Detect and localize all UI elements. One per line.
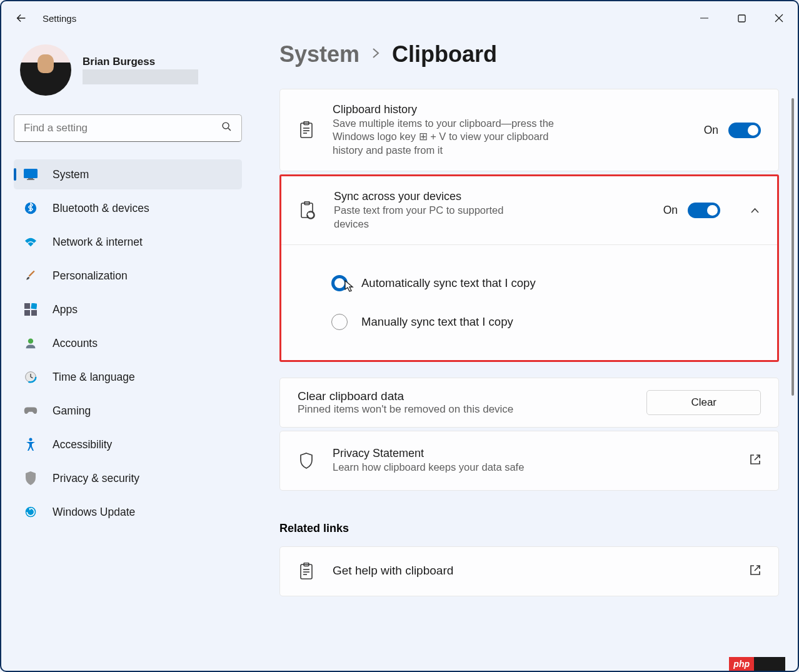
toggle-switch[interactable]: [728, 123, 761, 138]
settings-window: Settings Brian Burgess: [0, 0, 799, 672]
back-button[interactable]: [1, 11, 33, 25]
nav-list: System Bluetooth & devices Network & int…: [14, 159, 242, 527]
sidebar-item-network[interactable]: Network & internet: [14, 227, 242, 257]
avatar: [20, 44, 71, 96]
nav-label: Apps: [53, 303, 78, 316]
svg-line-29: [755, 455, 760, 460]
minimize-button[interactable]: [685, 5, 723, 31]
shield-outline-icon: [298, 452, 315, 469]
user-profile[interactable]: Brian Burgess: [20, 44, 242, 96]
setting-desc: Pinned items won't be removed on this de…: [298, 403, 646, 416]
radio-auto-sync[interactable]: Automatically sync text that I copy: [331, 264, 740, 303]
svg-line-5: [228, 128, 231, 131]
gamepad-icon: [24, 404, 38, 418]
apps-icon: [24, 303, 38, 316]
wifi-icon: [24, 235, 38, 249]
nav-label: Gaming: [53, 404, 91, 418]
brush-icon: [24, 269, 38, 283]
svg-point-19: [29, 438, 33, 441]
nav-label: Accounts: [53, 337, 98, 350]
search-icon: [221, 121, 232, 135]
link-title: Get help with clipboard: [333, 564, 732, 578]
breadcrumb-current: Clipboard: [392, 41, 497, 68]
breadcrumb-parent[interactable]: System: [279, 41, 359, 68]
svg-rect-12: [24, 310, 30, 316]
sidebar-item-bluetooth[interactable]: Bluetooth & devices: [14, 193, 242, 223]
sidebar-item-privacy[interactable]: Privacy & security: [14, 463, 242, 493]
php-badge: php: [729, 657, 785, 671]
sidebar-item-accounts[interactable]: Accounts: [14, 328, 242, 358]
nav-label: Time & language: [53, 371, 135, 384]
nav-label: Accessibility: [53, 438, 112, 451]
get-help-card[interactable]: Get help with clipboard: [279, 546, 779, 596]
svg-rect-6: [24, 169, 38, 178]
svg-line-35: [755, 566, 760, 571]
nav-label: Bluetooth & devices: [53, 202, 149, 215]
privacy-statement-card[interactable]: Privacy Statement Learn how clipboard ke…: [279, 431, 779, 490]
sidebar: Brian Burgess System: [1, 35, 254, 671]
clipboard-history-card: Clipboard history Save multiple items to…: [279, 89, 779, 171]
radio-manual-sync[interactable]: Manually sync text that I copy: [331, 303, 740, 341]
breadcrumb: System Clipboard: [279, 41, 779, 68]
sidebar-item-update[interactable]: Windows Update: [14, 497, 242, 527]
search-input[interactable]: [24, 122, 221, 134]
sync-radio-section: Automatically sync text that I copy Manu…: [281, 244, 777, 360]
svg-point-14: [28, 339, 33, 344]
accessibility-icon: [24, 438, 38, 451]
nav-label: Personalization: [53, 269, 128, 283]
svg-point-4: [223, 123, 229, 129]
account-icon: [24, 336, 38, 350]
nav-label: System: [53, 168, 89, 181]
setting-desc: Save multiple items to your clipboard—pr…: [333, 117, 558, 157]
sidebar-item-accessibility[interactable]: Accessibility: [14, 429, 242, 459]
sidebar-item-apps[interactable]: Apps: [14, 294, 242, 324]
related-links-heading: Related links: [279, 522, 779, 535]
window-controls: [685, 5, 798, 31]
nav-label: Windows Update: [53, 506, 135, 519]
scrollbar[interactable]: [791, 98, 795, 639]
chevron-up-icon[interactable]: [750, 205, 760, 216]
radio-label: Automatically sync text that I copy: [361, 276, 536, 290]
svg-rect-7: [28, 178, 33, 179]
shield-icon: [24, 471, 38, 485]
sync-toggle[interactable]: On: [663, 203, 720, 218]
bluetooth-icon: [24, 201, 38, 215]
link-title: Privacy Statement: [333, 447, 732, 460]
setting-title: Sync across your devices: [334, 190, 646, 203]
main-content: System Clipboard Clipboard history Save …: [254, 35, 798, 671]
svg-rect-1: [738, 15, 745, 22]
search-box[interactable]: [14, 114, 242, 142]
sync-highlight-box: Sync across your devices Paste text from…: [279, 174, 779, 362]
clear-clipboard-card: Clear clipboard data Pinned items won't …: [279, 378, 779, 428]
maximize-button[interactable]: [723, 5, 760, 31]
setting-title: Clipboard history: [333, 103, 686, 116]
svg-rect-11: [31, 303, 37, 309]
sidebar-item-system[interactable]: System: [14, 159, 242, 189]
sidebar-item-personalization[interactable]: Personalization: [14, 261, 242, 291]
nav-label: Network & internet: [53, 236, 143, 249]
clipboard-help-icon: [298, 563, 315, 580]
titlebar: Settings: [1, 1, 798, 35]
update-icon: [24, 505, 38, 519]
sidebar-item-time[interactable]: Time & language: [14, 362, 242, 392]
user-name: Brian Burgess: [83, 56, 198, 68]
clear-button[interactable]: Clear: [646, 390, 761, 415]
svg-point-28: [307, 211, 314, 219]
toggle-label: On: [663, 204, 678, 217]
radio-label: Manually sync text that I copy: [361, 315, 513, 329]
sidebar-item-gaming[interactable]: Gaming: [14, 396, 242, 426]
setting-title: Clear clipboard data: [298, 389, 646, 403]
radio-unselected-icon: [331, 314, 348, 330]
cursor-icon: [344, 279, 355, 293]
scrollbar-thumb[interactable]: [791, 98, 794, 396]
clipboard-icon: [298, 121, 315, 139]
link-desc: Learn how clipboard keeps your data safe: [333, 461, 732, 474]
close-button[interactable]: [760, 5, 798, 31]
svg-rect-8: [27, 179, 34, 181]
app-title: Settings: [43, 13, 76, 24]
svg-rect-10: [24, 303, 30, 309]
toggle-switch[interactable]: [688, 203, 720, 218]
clipboard-history-toggle[interactable]: On: [704, 123, 761, 138]
clipboard-sync-icon: [299, 201, 316, 220]
user-email-redacted: [83, 69, 198, 84]
